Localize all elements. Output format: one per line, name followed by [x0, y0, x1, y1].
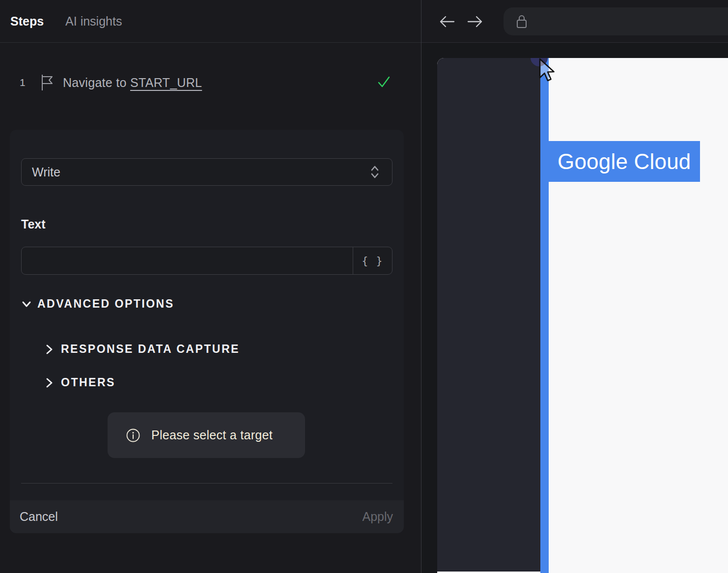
advanced-options-label: ADVANCED OPTIONS: [37, 297, 174, 311]
cursor-icon: [537, 58, 559, 88]
page-viewport: Google Cloud: [437, 58, 728, 573]
step-title: Navigate to START_URL: [63, 76, 202, 90]
page-highlighted-element[interactable]: Google Cloud: [549, 141, 700, 182]
url-bar[interactable]: [504, 7, 728, 35]
step-editor-card: Write Text { } ADVANCED OPTIONS: [10, 130, 404, 533]
page-accent-stripe: [540, 58, 549, 573]
advanced-options-toggle[interactable]: ADVANCED OPTIONS: [21, 297, 174, 311]
action-type-select[interactable]: Write: [21, 158, 392, 186]
text-input[interactable]: [22, 247, 353, 274]
chevron-down-icon: [21, 299, 32, 310]
response-data-capture-label: RESPONSE DATA CAPTURE: [61, 343, 240, 356]
insert-variable-button[interactable]: { }: [353, 247, 392, 274]
others-label: OTHERS: [61, 376, 115, 389]
response-data-capture-toggle[interactable]: RESPONSE DATA CAPTURE: [44, 343, 240, 356]
cancel-button[interactable]: Cancel: [20, 510, 58, 524]
chevron-right-icon: [44, 377, 54, 389]
notice-text: Please select a target: [151, 428, 273, 442]
arrow-left-icon: [438, 14, 456, 29]
footer-divider: [21, 483, 392, 484]
apply-button[interactable]: Apply: [362, 510, 393, 524]
page-highlight-text: Google Cloud: [558, 149, 691, 174]
page-sidebar: [437, 58, 540, 572]
step-title-prefix: Navigate to: [63, 76, 127, 89]
step-row[interactable]: 1 Navigate to START_URL: [0, 69, 421, 96]
action-type-value: Write: [32, 165, 369, 179]
lock-icon: [515, 13, 528, 30]
app-window: Steps AI insights 1 Navigate to START_UR…: [0, 0, 728, 573]
others-toggle[interactable]: OTHERS: [44, 376, 115, 389]
editor-footer: Cancel Apply: [10, 500, 404, 533]
step-number: 1: [20, 77, 29, 88]
select-target-notice: Please select a target: [108, 412, 305, 458]
start-url-link[interactable]: START_URL: [130, 76, 202, 89]
panel-header: Steps AI insights: [0, 0, 421, 43]
tab-ai-insights[interactable]: AI insights: [65, 14, 122, 29]
step-success-check-icon: [376, 75, 392, 91]
back-button[interactable]: [438, 13, 456, 30]
browser-preview: Google Cloud: [421, 0, 728, 573]
arrow-right-icon: [466, 14, 484, 29]
text-field-label: Text: [21, 217, 46, 231]
steps-panel: Steps AI insights 1 Navigate to START_UR…: [0, 0, 421, 573]
forward-button[interactable]: [466, 13, 484, 30]
tab-steps[interactable]: Steps: [10, 14, 44, 29]
text-input-group: { }: [21, 247, 392, 275]
flag-icon: [40, 74, 54, 91]
chevrons-up-down-icon: [369, 165, 380, 179]
info-icon: [126, 428, 140, 443]
browser-toolbar: [421, 0, 728, 43]
chevron-right-icon: [44, 344, 54, 355]
